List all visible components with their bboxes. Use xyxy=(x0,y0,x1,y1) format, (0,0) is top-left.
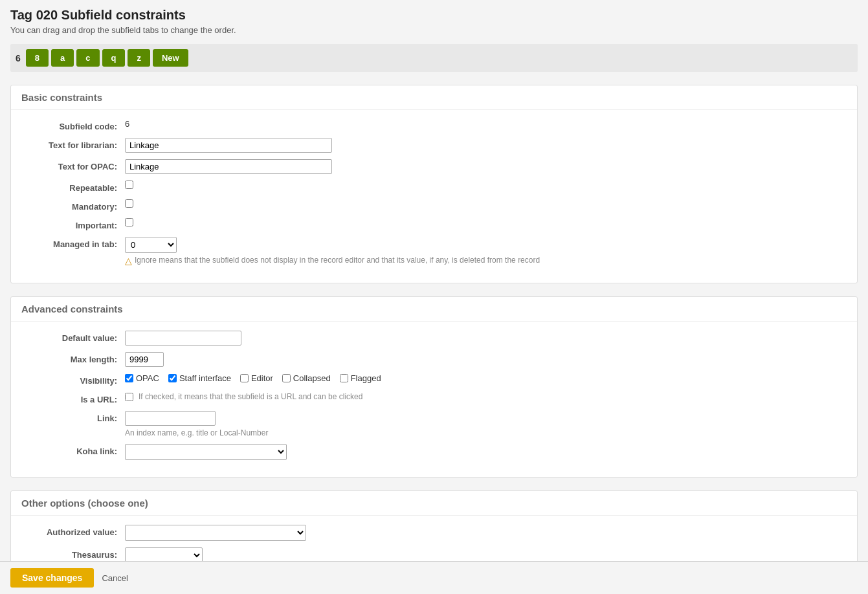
tab-q[interactable]: q xyxy=(102,49,126,67)
authorized-value-label: Authorized value: xyxy=(21,525,125,537)
advanced-constraints-title: Advanced constraints xyxy=(11,297,857,322)
repeatable-label: Repeatable: xyxy=(21,181,125,193)
tab-a[interactable]: a xyxy=(51,49,74,67)
text-for-opac-input[interactable] xyxy=(125,159,332,174)
tab-c[interactable]: c xyxy=(76,49,99,67)
koha-link-select[interactable] xyxy=(125,444,287,460)
save-button[interactable]: Save changes xyxy=(10,568,94,588)
important-row: Important: xyxy=(11,218,857,230)
link-row: Link: An index name, e.g. title or Local… xyxy=(11,411,857,437)
mandatory-label: Mandatory: xyxy=(21,199,125,212)
editor-checkbox[interactable] xyxy=(240,374,249,382)
mandatory-checkbox[interactable] xyxy=(125,199,133,208)
opac-label: OPAC xyxy=(136,373,159,383)
opac-visibility-item: OPAC xyxy=(125,373,159,383)
visibility-label: Visibility: xyxy=(21,373,125,386)
visibility-options: OPAC Staff interface Editor Collapsed xyxy=(125,373,847,383)
thesaurus-label: Thesaurus: xyxy=(21,547,125,560)
tabs-bar: 6 8 a c q z New xyxy=(10,44,858,72)
is-url-desc: If checked, it means that the subfield i… xyxy=(139,392,362,401)
managed-hint: △ Ignore means that the subfield does no… xyxy=(125,256,847,266)
is-url-checkbox[interactable] xyxy=(125,393,133,401)
repeatable-checkbox[interactable] xyxy=(125,181,133,189)
staff-interface-checkbox[interactable] xyxy=(168,374,177,382)
managed-in-tab-row: Managed in tab: Ignore 0 1 2 3 4 5 6 7 8… xyxy=(11,237,857,266)
managed-in-tab-select[interactable]: Ignore 0 1 2 3 4 5 6 7 8 9 xyxy=(125,237,177,253)
default-value-row: Default value: xyxy=(11,331,857,346)
managed-in-tab-label: Managed in tab: xyxy=(21,237,125,249)
default-value-input[interactable] xyxy=(125,331,241,346)
advanced-constraints-section: Advanced constraints Default value: Max … xyxy=(10,296,858,478)
is-url-row: Is a URL: If checked, it means that the … xyxy=(11,392,857,404)
editor-visibility-item: Editor xyxy=(240,373,273,383)
flagged-checkbox[interactable] xyxy=(340,374,348,382)
footer-bar: Save changes Cancel xyxy=(0,561,868,594)
max-length-input[interactable] xyxy=(125,352,164,367)
default-value-label: Default value: xyxy=(21,331,125,343)
tab-z[interactable]: z xyxy=(128,49,150,67)
collapsed-checkbox[interactable] xyxy=(282,374,291,382)
subfield-code-row: Subfield code: 6 xyxy=(11,119,857,131)
is-url-option: If checked, it means that the subfield i… xyxy=(125,392,847,401)
link-label: Link: xyxy=(21,411,125,423)
link-input[interactable] xyxy=(125,411,216,426)
subfield-code-label: Subfield code: xyxy=(21,119,125,131)
mandatory-row: Mandatory: xyxy=(11,199,857,212)
page-title: Tag 020 Subfield constraints xyxy=(10,8,858,23)
staff-interface-visibility-item: Staff interface xyxy=(168,373,231,383)
authorized-value-select[interactable] xyxy=(125,525,306,541)
page-subtitle: You can drag and drop the subfield tabs … xyxy=(10,25,858,35)
important-label: Important: xyxy=(21,218,125,230)
cancel-button[interactable]: Cancel xyxy=(102,573,128,583)
koha-link-label: Koha link: xyxy=(21,444,125,456)
repeatable-row: Repeatable: xyxy=(11,181,857,193)
text-for-librarian-input[interactable] xyxy=(125,138,332,153)
subfield-code-value: 6 xyxy=(125,119,129,129)
text-for-opac-label: Text for OPAC: xyxy=(21,159,125,171)
basic-constraints-title: Basic constraints xyxy=(11,85,857,110)
text-for-librarian-label: Text for librarian: xyxy=(21,138,125,150)
warning-icon: △ xyxy=(125,256,132,266)
collapsed-visibility-item: Collapsed xyxy=(282,373,331,383)
tab-new[interactable]: New xyxy=(153,49,188,67)
authorized-value-row: Authorized value: xyxy=(11,525,857,541)
collapsed-label: Collapsed xyxy=(293,373,331,383)
text-for-opac-row: Text for OPAC: xyxy=(11,159,857,174)
important-checkbox[interactable] xyxy=(125,218,133,226)
basic-constraints-section: Basic constraints Subfield code: 6 Text … xyxy=(10,85,858,283)
tab-number: 6 xyxy=(16,53,21,63)
text-for-librarian-row: Text for librarian: xyxy=(11,138,857,153)
editor-label: Editor xyxy=(251,373,273,383)
flagged-visibility-item: Flagged xyxy=(340,373,381,383)
is-url-label: Is a URL: xyxy=(21,392,125,404)
koha-link-row: Koha link: xyxy=(11,444,857,460)
opac-checkbox[interactable] xyxy=(125,374,133,382)
link-hint: An index name, e.g. title or Local-Numbe… xyxy=(125,428,847,437)
tab-8[interactable]: 8 xyxy=(26,49,49,67)
max-length-row: Max length: xyxy=(11,352,857,367)
flagged-label: Flagged xyxy=(351,373,381,383)
other-options-title: Other options (choose one) xyxy=(11,491,857,516)
visibility-row: Visibility: OPAC Staff interface Editor xyxy=(11,373,857,386)
max-length-label: Max length: xyxy=(21,352,125,364)
staff-interface-label: Staff interface xyxy=(179,373,231,383)
